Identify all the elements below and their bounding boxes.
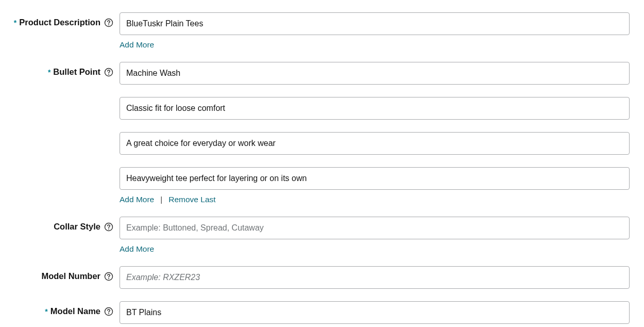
label-text-bullet-point: Bullet Point [53, 67, 100, 77]
bullet-point-input-3[interactable] [120, 132, 630, 155]
add-more-link[interactable]: Add More [120, 40, 154, 50]
row-model-name: * Model Name [5, 301, 630, 324]
separator: | [160, 195, 162, 204]
label-collar-style: Collar Style [5, 217, 120, 232]
label-model-number: Model Number [5, 266, 120, 281]
label-text-collar-style: Collar Style [54, 222, 100, 232]
help-icon[interactable] [104, 18, 113, 27]
svg-point-1 [108, 24, 109, 25]
required-star: * [48, 68, 50, 76]
label-text-model-number: Model Number [41, 271, 100, 281]
svg-point-3 [108, 74, 109, 75]
help-icon[interactable] [104, 272, 113, 281]
svg-point-7 [108, 278, 109, 279]
help-icon[interactable] [104, 307, 113, 316]
svg-point-5 [108, 228, 109, 230]
model-number-input[interactable] [120, 266, 630, 289]
product-description-input[interactable] [120, 12, 630, 35]
collar-style-input[interactable] [120, 217, 630, 239]
row-bullet-point: * Bullet Point Add More | Remove Last [5, 62, 630, 204]
label-text-product-description: Product Description [19, 18, 100, 27]
svg-point-9 [108, 313, 109, 314]
help-icon[interactable] [104, 222, 113, 232]
required-star: * [14, 19, 16, 27]
remove-last-link[interactable]: Remove Last [168, 195, 215, 204]
add-more-link[interactable]: Add More [120, 244, 154, 254]
help-icon[interactable] [104, 68, 113, 77]
add-more-link[interactable]: Add More [120, 195, 154, 204]
required-star: * [45, 307, 47, 316]
bullet-point-input-2[interactable] [120, 97, 630, 120]
row-collar-style: Collar Style Add More [5, 217, 630, 254]
bullet-point-input-1[interactable] [120, 62, 630, 85]
label-bullet-point: * Bullet Point [5, 62, 120, 77]
row-model-number: Model Number [5, 266, 630, 289]
bullet-point-input-4[interactable] [120, 167, 630, 190]
row-product-description: * Product Description Add More [5, 12, 630, 50]
model-name-input[interactable] [120, 301, 630, 324]
label-model-name: * Model Name [5, 301, 120, 316]
label-product-description: * Product Description [5, 12, 120, 27]
label-text-model-name: Model Name [50, 306, 100, 316]
